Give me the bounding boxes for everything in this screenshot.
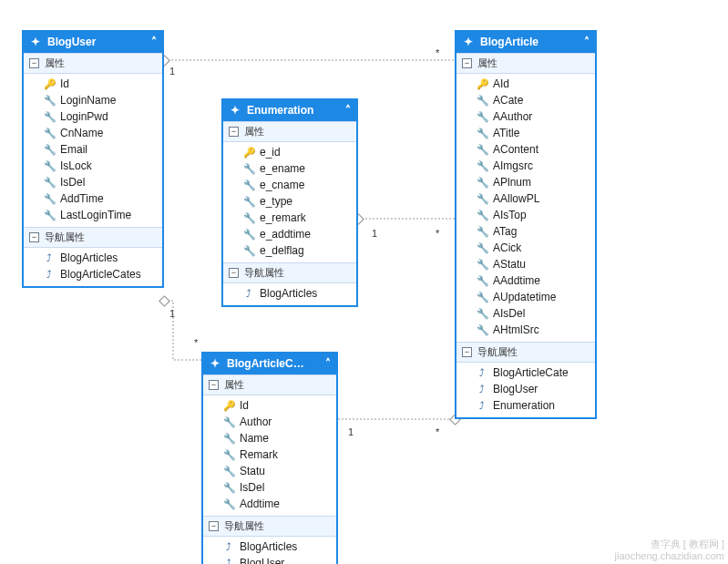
property-name: Author [240, 415, 272, 429]
property-row[interactable]: 🔑 Id [203, 397, 336, 414]
property-row[interactable]: 🔑 Id [24, 76, 162, 92]
collapse-icon[interactable]: ˄ [146, 36, 157, 48]
entity-blog-article[interactable]: ✦ BlogArticle ˄ − 属性 🔑 AId 🔧 ACate 🔧 AAu… [455, 30, 597, 419]
wrench-icon: 🔧 [477, 241, 487, 255]
nav-property-row[interactable]: ⤴ BlogArticleCates [24, 266, 162, 282]
property-row[interactable]: 🔧 ATag [456, 223, 595, 240]
property-row[interactable]: 🔧 LoginName [24, 92, 162, 108]
entity-blog-article-cate[interactable]: ✦ BlogArticleC… ˄ − 属性 🔑 Id 🔧 Author 🔧 N… [201, 352, 338, 564]
nav-property-name: BlogArticles [260, 286, 317, 301]
property-name: APlnum [493, 175, 531, 190]
toggle-icon[interactable]: − [462, 58, 472, 68]
property-row[interactable]: 🔑 e_id [223, 144, 356, 160]
property-row[interactable]: 🔑 AId [456, 76, 595, 92]
property-row[interactable]: 🔧 AUpdatetime [456, 289, 595, 305]
property-name: Email [60, 142, 87, 157]
property-row[interactable]: 🔧 ACick [456, 240, 595, 256]
collapse-icon[interactable]: ˄ [340, 104, 351, 117]
property-row[interactable]: 🔧 Name [203, 430, 336, 446]
section-nav-header[interactable]: − 导航属性 [456, 342, 595, 363]
property-row[interactable]: 🔧 AIsDel [456, 305, 595, 322]
nav-property-row[interactable]: ⤴ BlogUser [203, 555, 336, 564]
property-row[interactable]: 🔧 IsDel [203, 479, 336, 496]
nav-property-row[interactable]: ⤴ BlogUser [456, 381, 595, 397]
navigation-icon: ⤴ [44, 267, 55, 282]
collapse-icon[interactable]: ˄ [320, 357, 331, 370]
property-row[interactable]: 🔧 e_delflag [223, 242, 356, 259]
property-row[interactable]: 🔧 e_ename [223, 160, 356, 177]
property-row[interactable]: 🔧 e_remark [223, 210, 356, 226]
entity-blog-user[interactable]: ✦ BlogUser ˄ − 属性 🔑 Id 🔧 LoginName 🔧 Log… [22, 30, 164, 288]
wrench-icon: 🔧 [223, 497, 234, 511]
wrench-icon: 🔧 [44, 208, 55, 222]
entity-title-bar[interactable]: ✦ BlogUser ˄ [24, 32, 162, 53]
property-row[interactable]: 🔧 e_cname [223, 177, 356, 193]
wrench-icon: 🔧 [243, 227, 254, 241]
section-properties-header[interactable]: − 属性 [456, 53, 595, 74]
property-row[interactable]: 🔧 e_addtime [223, 226, 356, 242]
property-row[interactable]: 🔧 AIsTop [456, 207, 595, 223]
section-properties-header[interactable]: − 属性 [24, 53, 162, 74]
property-row[interactable]: 🔧 Addtime [203, 496, 336, 512]
property-name: CnName [60, 126, 103, 140]
property-name: AAddtime [493, 273, 540, 288]
property-row[interactable]: 🔧 AAddtime [456, 272, 595, 289]
collapse-icon[interactable]: ˄ [579, 36, 590, 48]
property-row[interactable]: 🔧 Remark [203, 446, 336, 463]
property-row[interactable]: 🔧 ACate [456, 92, 595, 108]
property-row[interactable]: 🔧 Statu [203, 463, 336, 479]
property-row[interactable]: 🔧 AAllowPL [456, 190, 595, 207]
section-nav-header[interactable]: − 导航属性 [203, 516, 336, 537]
property-name: AIsDel [493, 306, 525, 321]
section-label: 属性 [224, 378, 244, 392]
nav-property-row[interactable]: ⤴ BlogArticles [203, 538, 336, 555]
toggle-icon[interactable]: − [229, 268, 239, 278]
property-name: ACate [493, 93, 523, 108]
property-row[interactable]: 🔧 AddTime [24, 190, 162, 207]
entity-title-bar[interactable]: ✦ BlogArticleC… ˄ [203, 354, 336, 374]
section-nav-header[interactable]: − 导航属性 [223, 262, 356, 283]
section-properties-header[interactable]: − 属性 [223, 121, 356, 142]
wrench-icon: 🔧 [477, 273, 487, 288]
toggle-icon[interactable]: − [209, 380, 219, 390]
section-nav-header[interactable]: − 导航属性 [24, 227, 162, 248]
property-row[interactable]: 🔧 LoginPwd [24, 108, 162, 125]
toggle-icon[interactable]: − [29, 232, 39, 242]
toggle-icon[interactable]: − [462, 347, 472, 357]
property-row[interactable]: 🔧 AHtmlSrc [456, 322, 595, 338]
property-name: e_delflag [260, 243, 304, 258]
property-row[interactable]: 🔧 LastLoginTime [24, 207, 162, 223]
entity-icon: ✦ [462, 36, 475, 48]
wrench-icon: 🔧 [477, 175, 487, 190]
watermark-line1: 查字典 [ 教程网 ] [615, 538, 724, 550]
property-row[interactable]: 🔧 Author [203, 414, 336, 430]
wrench-icon: 🔧 [243, 161, 254, 176]
entity-enumeration[interactable]: ✦ Enumeration ˄ − 属性 🔑 e_id 🔧 e_ename 🔧 … [221, 98, 358, 307]
property-name: AIsTop [493, 208, 527, 222]
toggle-icon[interactable]: − [209, 521, 219, 531]
property-row[interactable]: 🔧 CnName [24, 125, 162, 141]
entity-title: BlogArticle [480, 36, 573, 48]
nav-property-row[interactable]: ⤴ BlogArticles [24, 250, 162, 266]
nav-property-row[interactable]: ⤴ BlogArticles [223, 285, 356, 302]
property-row[interactable]: 🔧 e_type [223, 193, 356, 210]
nav-property-row[interactable]: ⤴ BlogArticleCate [456, 364, 595, 381]
nav-list: ⤴ BlogArticles ⤴ BlogArticleCates [24, 248, 162, 286]
property-row[interactable]: 🔧 IsLock [24, 158, 162, 174]
property-row[interactable]: 🔧 AAuthor [456, 108, 595, 125]
property-row[interactable]: 🔧 IsDel [24, 174, 162, 190]
property-name: ATitle [493, 126, 519, 140]
property-row[interactable]: 🔧 APlnum [456, 174, 595, 190]
wrench-icon: 🔧 [477, 224, 487, 239]
toggle-icon[interactable]: − [29, 58, 39, 68]
property-row[interactable]: 🔧 AImgsrc [456, 158, 595, 174]
property-row[interactable]: 🔧 AStatu [456, 256, 595, 272]
entity-title-bar[interactable]: ✦ Enumeration ˄ [223, 100, 356, 121]
toggle-icon[interactable]: − [229, 127, 239, 137]
property-row[interactable]: 🔧 Email [24, 141, 162, 158]
nav-property-row[interactable]: ⤴ Enumeration [456, 397, 595, 414]
property-row[interactable]: 🔧 ATitle [456, 125, 595, 141]
property-row[interactable]: 🔧 AContent [456, 141, 595, 158]
entity-title-bar[interactable]: ✦ BlogArticle ˄ [456, 32, 595, 53]
section-properties-header[interactable]: − 属性 [203, 374, 336, 395]
